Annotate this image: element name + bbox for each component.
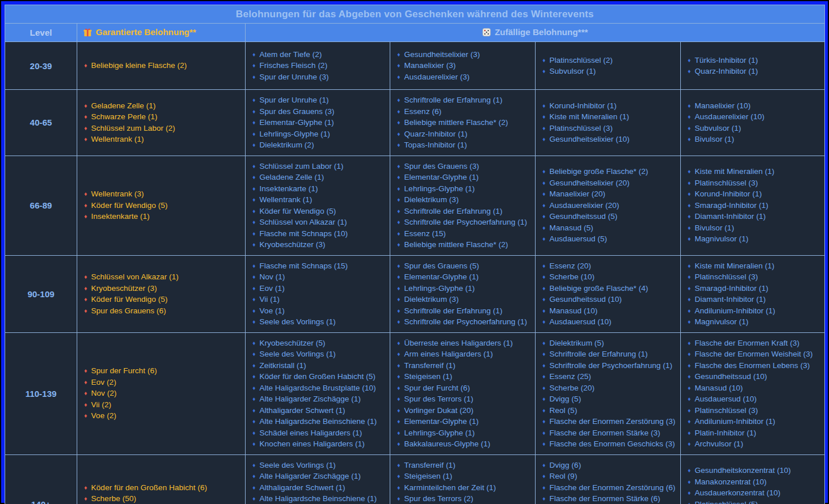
random-rewards-cell-2: ♦Überreste eines Haligarders (1)♦Arm ein… <box>390 332 536 454</box>
diamond-bullet-icon: ♦ <box>253 62 255 69</box>
reward-item-label: Seele des Vorlings (1) <box>259 350 336 358</box>
reward-item-label: Alte Haligarder Zischägge (1) <box>259 395 361 403</box>
reward-item-label: Türkis-Inhibitor (1) <box>695 56 758 65</box>
reward-item: ♦Schlüssel von Alkazar (1) <box>84 271 240 283</box>
reward-item: ♦Geladene Zelle (1) <box>253 172 385 183</box>
random-rewards-cell-2: ♦Gesundheitselixier (3)♦Manaelixier (3)♦… <box>390 42 536 90</box>
reward-item-label: Ausdauerelixier (20) <box>549 201 619 210</box>
reward-item: ♦Schriftrolle der Psychoerfahrung (1) <box>397 217 530 228</box>
reward-item-label: Köder für Wendigo (5) <box>91 201 168 210</box>
reward-item: ♦Ausdauerkonzentrat (10) <box>688 487 820 499</box>
reward-item-label: Spur des Terrors (1) <box>404 395 473 403</box>
reward-item-label: Scherbe (10) <box>549 272 594 281</box>
reward-item: ♦Eov (1) <box>253 283 385 294</box>
diamond-bullet-icon: ♦ <box>84 484 87 491</box>
guaranteed-rewards-cell: ♦Spur der Furcht (6)♦Eov (2)♦Nov (2)♦Vii… <box>77 332 246 454</box>
reward-item-label: Gesundheitssud (10) <box>695 372 767 381</box>
reward-item-label: Kryobeschützer (5) <box>259 339 325 347</box>
diamond-bullet-icon: ♦ <box>688 430 691 436</box>
diamond-bullet-icon: ♦ <box>84 390 87 396</box>
reward-item-label: Bivulsor (1) <box>695 135 734 143</box>
diamond-bullet-icon: ♦ <box>688 225 691 231</box>
reward-item: ♦Schädel eines Haligarders (1) <box>253 427 385 439</box>
reward-item: ♦Beliebige kleine Flasche (2) <box>84 60 240 71</box>
diamond-bullet-icon: ♦ <box>688 319 691 325</box>
diamond-bullet-icon: ♦ <box>253 108 255 115</box>
reward-item-label: Flasche der Enormen Kraft (3) <box>695 339 800 347</box>
reward-item-label: Kryobeschützer (3) <box>91 284 157 293</box>
reward-item: ♦Flasche mit Schnaps (10) <box>253 228 385 240</box>
reward-item: ♦Kiste mit Mineralien (1) <box>542 111 676 123</box>
reward-item: ♦Schlüssel zum Labor (2) <box>84 123 240 134</box>
reward-item-label: Beliebige große Flasche* (2) <box>549 167 648 176</box>
diamond-bullet-icon: ♦ <box>253 219 255 225</box>
diamond-bullet-icon: ♦ <box>542 202 545 209</box>
reward-item-label: Dielektrikum (3) <box>404 295 459 304</box>
reward-item-label: Spur des Grauens (3) <box>259 107 334 116</box>
diamond-bullet-icon: ♦ <box>542 57 545 63</box>
level-cell: 90-109 <box>5 255 77 332</box>
diamond-bullet-icon: ♦ <box>397 74 400 80</box>
diamond-bullet-icon: ♦ <box>542 113 545 120</box>
reward-item-label: Kiste mit Mineralien (1) <box>695 167 774 176</box>
diamond-bullet-icon: ♦ <box>253 484 255 491</box>
diamond-bullet-icon: ♦ <box>542 136 545 142</box>
reward-item: ♦Dielektrikum (3) <box>397 294 530 305</box>
guaranteed-rewards-cell: ♦Beliebige kleine Flasche (2) <box>77 42 246 90</box>
reward-item: ♦Gesundheitskonzentrat (10) <box>688 465 820 476</box>
reward-item-label: Schriftrolle der Erfahrung (1) <box>404 207 502 215</box>
reward-item-label: Topas-Inhibitor (1) <box>404 141 467 149</box>
diamond-bullet-icon: ♦ <box>253 319 255 325</box>
reward-item: ♦Beliebige mittlere Flasche* (2) <box>397 117 530 128</box>
diamond-bullet-icon: ♦ <box>397 430 400 436</box>
reward-item-label: Bakkalaureus-Glyphe (1) <box>404 439 490 448</box>
diamond-bullet-icon: ♦ <box>688 113 691 120</box>
reward-item-label: Platinschlüssel (3) <box>549 124 613 132</box>
random-rewards-cell-1: ♦Flasche mit Schnaps (15)♦Nov (1)♦Eov (1… <box>246 255 390 332</box>
diamond-bullet-icon: ♦ <box>253 97 255 103</box>
reward-item-label: Althaligarder Schwert (1) <box>259 406 345 415</box>
reward-item: ♦Spur des Grauens (5) <box>397 260 530 272</box>
reward-item: ♦Insektenkarte (1) <box>84 211 240 222</box>
diamond-bullet-icon: ♦ <box>397 108 400 115</box>
reward-item-label: Zeitkristall (1) <box>259 361 306 370</box>
reward-item-label: Vii (1) <box>259 295 280 304</box>
reward-item-label: Alte Haligardsche Beinschiene (1) <box>259 494 376 503</box>
reward-item: ♦Ausdauersud (10) <box>688 393 820 405</box>
reward-item: ♦Vii (1) <box>253 294 385 305</box>
reward-item: ♦Elementar-Glyphe (1) <box>397 416 530 427</box>
diamond-bullet-icon: ♦ <box>397 373 400 380</box>
reward-item-label: Ausdauersud (10) <box>695 395 756 403</box>
reward-item-label: Überreste eines Haligarders (1) <box>404 339 513 347</box>
reward-item: ♦Seele des Vorlings (1) <box>253 460 385 471</box>
diamond-bullet-icon: ♦ <box>84 191 87 197</box>
diamond-bullet-icon: ♦ <box>542 168 545 175</box>
reward-item: ♦Ausdauerelixier (10) <box>688 111 820 123</box>
reward-item: ♦Nov (1) <box>253 271 385 283</box>
reward-item-label: Platinschlüssel (3) <box>695 272 758 281</box>
table-row: 140+♦Köder für den Großen Habicht (6)♦Sc… <box>5 454 825 504</box>
reward-item-label: Archvulsor (1) <box>695 439 743 448</box>
reward-item: ♦Dielektrikum (5) <box>542 338 676 349</box>
diamond-bullet-icon: ♦ <box>688 351 691 357</box>
diamond-bullet-icon: ♦ <box>253 418 255 425</box>
diamond-bullet-icon: ♦ <box>542 351 545 357</box>
reward-item: ♦Türkis-Inhibitor (1) <box>688 55 820 66</box>
reward-item: ♦Knochen eines Haligarders (1) <box>253 438 385 450</box>
reward-item: ♦Geladene Zelle (1) <box>84 100 240 112</box>
diamond-bullet-icon: ♦ <box>253 441 255 447</box>
reward-item-label: Schwarze Perle (1) <box>91 112 157 121</box>
reward-item-label: Wellentrank (1) <box>91 135 144 143</box>
reward-item-label: Manaelixier (10) <box>695 101 751 110</box>
reward-item: ♦Alte Haligardsche Brustplatte (10) <box>253 382 385 394</box>
reward-item: ♦Subvulsor (1) <box>542 66 676 77</box>
random-rewards-cell-3: ♦Platinschlüssel (2)♦Subvulsor (1) <box>536 42 681 90</box>
reward-item: ♦Platinschlüssel (3) <box>688 177 820 189</box>
reward-item-label: Gesundheitskonzentrat (10) <box>695 466 791 475</box>
reward-item: ♦Spur des Terrors (2) <box>397 493 530 504</box>
reward-item: ♦Manakonzentrat (10) <box>688 476 820 488</box>
reward-item: ♦Köder für Wendigo (5) <box>84 294 240 305</box>
diamond-bullet-icon: ♦ <box>84 296 87 302</box>
table-row: 40-65♦Geladene Zelle (1)♦Schwarze Perle … <box>5 90 825 156</box>
diamond-bullet-icon: ♦ <box>253 263 255 269</box>
